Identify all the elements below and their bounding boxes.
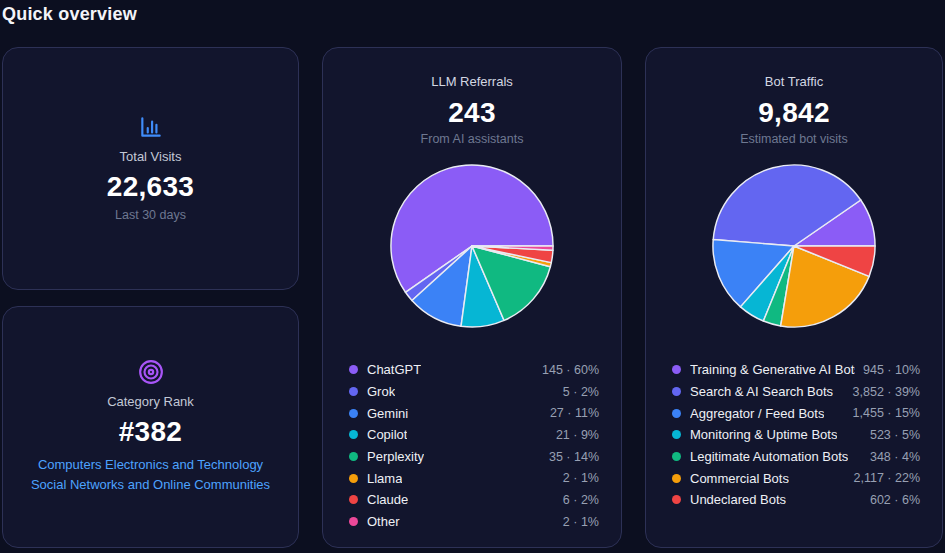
legend-dot-other xyxy=(349,517,358,526)
bar-chart-icon xyxy=(138,114,164,140)
legend-value: 2 · 1% xyxy=(555,471,599,485)
legend-row-search-ai-search-bots[interactable]: Search & AI Search Bots3,852 · 39% xyxy=(672,381,920,403)
overview-grid: Total Visits 22,633 Last 30 days Categor… xyxy=(2,47,943,548)
category-link-social-networks[interactable]: Social Networks and Online Communities xyxy=(31,475,270,495)
legend-row-perplexity[interactable]: Perplexity35 · 14% xyxy=(349,446,599,468)
bot-traffic-card: Bot Traffic 9,842 Estimated bot visits T… xyxy=(645,47,943,548)
legend-row-copilot[interactable]: Copilot21 · 9% xyxy=(349,424,599,446)
page-title: Quick overview xyxy=(2,4,137,25)
bot-traffic-value: 9,842 xyxy=(758,97,830,129)
legend-dot-perplexity xyxy=(349,452,358,461)
legend-dot-llama xyxy=(349,474,358,483)
legend-label: Gemini xyxy=(367,406,408,421)
legend-dot-monitoring-uptime-bots xyxy=(672,430,681,439)
legend-label: Aggregator / Feed Bots xyxy=(690,406,824,421)
legend-row-llama[interactable]: Llama2 · 1% xyxy=(349,467,599,489)
legend-label: Training & Generative AI Bots xyxy=(690,362,855,377)
legend-value: 5 · 2% xyxy=(555,385,599,399)
legend-row-other[interactable]: Other2 · 1% xyxy=(349,511,599,533)
legend-dot-undeclared-bots xyxy=(672,495,681,504)
legend-dot-aggregator-feed-bots xyxy=(672,409,681,418)
legend-label: Monitoring & Uptime Bots xyxy=(690,427,837,442)
bot-traffic-title: Bot Traffic xyxy=(765,74,823,89)
legend-row-legitimate-automation-bots[interactable]: Legitimate Automation Bots348 · 4% xyxy=(672,446,920,468)
legend-label: Perplexity xyxy=(367,449,424,464)
legend-dot-search-ai-search-bots xyxy=(672,387,681,396)
bot-traffic-subtitle: Estimated bot visits xyxy=(740,132,848,146)
total-visits-label: Total Visits xyxy=(120,149,182,164)
legend-label: Grok xyxy=(367,384,395,399)
legend-value: 1,455 · 15% xyxy=(845,406,920,420)
legend-value: 2,117 · 22% xyxy=(846,471,920,485)
legend-dot-commercial-bots xyxy=(672,474,681,483)
category-rank-card: Category Rank #382 Computers Electronics… xyxy=(2,306,299,549)
total-visits-value: 22,633 xyxy=(107,171,194,203)
legend-row-aggregator-feed-bots[interactable]: Aggregator / Feed Bots1,455 · 15% xyxy=(672,402,920,424)
legend-value: 27 · 11% xyxy=(542,406,599,420)
legend-label: Claude xyxy=(367,492,408,507)
legend-row-monitoring-uptime-bots[interactable]: Monitoring & Uptime Bots523 · 5% xyxy=(672,424,920,446)
llm-referrals-subtitle: From AI assistants xyxy=(421,132,524,146)
llm-referrals-title: LLM Referrals xyxy=(431,74,513,89)
legend-dot-legitimate-automation-bots xyxy=(672,452,681,461)
legend-label: Copilot xyxy=(367,427,407,442)
bot-traffic-pie[interactable] xyxy=(711,163,877,329)
llm-referrals-pie[interactable] xyxy=(389,163,555,329)
legend-row-claude[interactable]: Claude6 · 2% xyxy=(349,489,599,511)
legend-dot-copilot xyxy=(349,430,358,439)
legend-value: 348 · 4% xyxy=(862,450,920,464)
legend-value: 523 · 5% xyxy=(862,428,920,442)
legend-row-training-generative-ai-bots[interactable]: Training & Generative AI Bots945 · 10% xyxy=(672,359,920,381)
category-link-computers-electronics[interactable]: Computers Electronics and Technology xyxy=(31,455,270,475)
legend-row-commercial-bots[interactable]: Commercial Bots2,117 · 22% xyxy=(672,467,920,489)
category-rank-links: Computers Electronics and Technology Soc… xyxy=(31,455,270,495)
category-rank-value: #382 xyxy=(119,416,183,448)
legend-value: 602 · 6% xyxy=(862,493,920,507)
legend-row-chatgpt[interactable]: ChatGPT145 · 60% xyxy=(349,359,599,381)
legend-row-gemini[interactable]: Gemini27 · 11% xyxy=(349,402,599,424)
llm-referrals-legend: ChatGPT145 · 60%Grok5 · 2%Gemini27 · 11%… xyxy=(323,359,621,533)
legend-value: 145 · 60% xyxy=(534,363,599,377)
category-rank-label: Category Rank xyxy=(107,394,194,409)
legend-dot-chatgpt xyxy=(349,365,358,374)
llm-referrals-value: 243 xyxy=(448,97,496,129)
llm-referrals-card: LLM Referrals 243 From AI assistants Cha… xyxy=(322,47,622,548)
legend-label: Other xyxy=(367,514,400,529)
legend-label: Undeclared Bots xyxy=(690,492,786,507)
legend-value: 21 · 9% xyxy=(548,428,599,442)
legend-label: Search & AI Search Bots xyxy=(690,384,833,399)
legend-label: Legitimate Automation Bots xyxy=(690,449,848,464)
total-visits-card: Total Visits 22,633 Last 30 days xyxy=(2,47,299,290)
total-visits-subtitle: Last 30 days xyxy=(115,208,186,222)
target-icon xyxy=(138,359,164,385)
legend-row-undeclared-bots[interactable]: Undeclared Bots602 · 6% xyxy=(672,489,920,511)
legend-value: 2 · 1% xyxy=(555,515,599,529)
legend-label: ChatGPT xyxy=(367,362,421,377)
legend-label: Llama xyxy=(367,471,402,486)
legend-row-grok[interactable]: Grok5 · 2% xyxy=(349,381,599,403)
left-column: Total Visits 22,633 Last 30 days Categor… xyxy=(2,47,299,548)
legend-dot-claude xyxy=(349,495,358,504)
legend-value: 945 · 10% xyxy=(855,363,920,377)
legend-value: 6 · 2% xyxy=(555,493,599,507)
legend-value: 3,852 · 39% xyxy=(845,385,920,399)
legend-dot-grok xyxy=(349,387,358,396)
legend-dot-training-generative-ai-bots xyxy=(672,365,681,374)
bot-traffic-legend: Training & Generative AI Bots945 · 10%Se… xyxy=(646,359,942,511)
legend-label: Commercial Bots xyxy=(690,471,789,486)
legend-dot-gemini xyxy=(349,409,358,418)
legend-value: 35 · 14% xyxy=(541,450,599,464)
